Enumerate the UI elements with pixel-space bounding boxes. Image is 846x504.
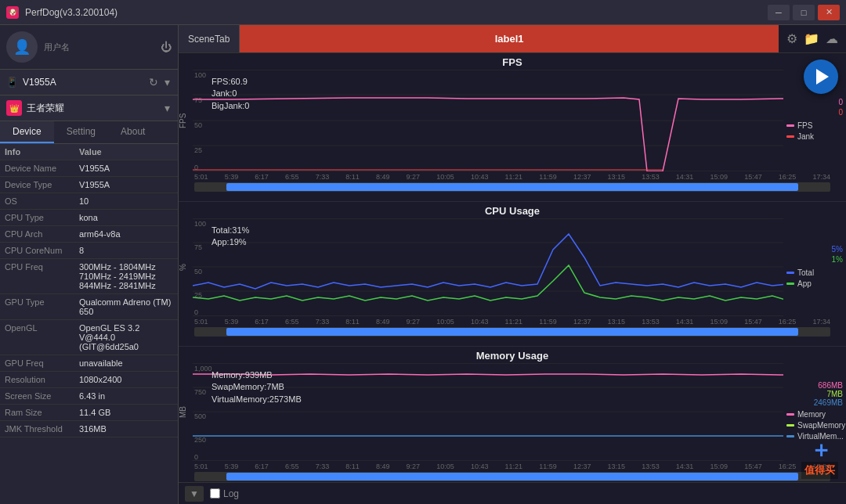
info-key: Resolution [0, 372, 74, 388]
table-row: GPU TypeQualcomm Adreno (TM) 650 [0, 294, 178, 320]
fps-right-val1: 0 [786, 98, 843, 106]
cpu-x-label: 9:27 [407, 318, 421, 326]
minimize-button[interactable]: ─ [768, 5, 790, 20]
fps-svg-area: FPS:60.9 Jank:0 BigJank:0 1 [193, 70, 783, 171]
play-button[interactable] [804, 59, 838, 94]
info-value: 300MHz - 1804MHz 710MHz - 2419MHz 844MHz… [74, 259, 178, 294]
cpu-app: App:19% [212, 236, 249, 248]
memory-x-label: 5:01 [194, 463, 208, 470]
chevron-down-icon[interactable]: ▾ [163, 74, 172, 90]
game-selector[interactable]: 👑 王者荣耀 ▾ [0, 95, 178, 121]
cloud-icon[interactable]: ☁ [826, 31, 838, 46]
memory-title: Memory Usage [179, 350, 846, 362]
fps-x-label: 10:43 [471, 173, 489, 181]
game-chevron-icon[interactable]: ▾ [163, 100, 172, 116]
mem-right-val2: 7MB [786, 390, 843, 398]
cpu-legend-total: Total [786, 268, 843, 277]
cpu-x-axis: 5:015:396:176:557:338:118:499:2710:0510:… [179, 316, 846, 326]
tab-setting[interactable]: Setting [54, 121, 108, 143]
plus-icon[interactable]: ＋ [810, 435, 832, 465]
cpu-x-label: 5:01 [194, 318, 208, 326]
info-key: GPU Freq [0, 355, 74, 372]
fps-legend-dot [786, 124, 794, 127]
right-panel: SceneTab label1 ⚙ 📁 ☁ FPS FPS [179, 25, 846, 504]
bigjank-value: BigJank:0 [212, 100, 249, 112]
window-controls: ─ □ ✕ [768, 5, 840, 20]
close-button[interactable]: ✕ [818, 5, 840, 20]
memory-x-label: 8:11 [345, 463, 360, 470]
info-value: V1955A [74, 177, 178, 193]
avatar: 👤 [6, 31, 38, 63]
svg-text:0: 0 [194, 308, 198, 316]
cpu-x-label: 6:17 [255, 318, 269, 326]
virtual-value: VirtualMemory:2573MB [212, 394, 302, 405]
memory-x-label: 6:55 [285, 463, 299, 470]
fps-scrollbar-thumb[interactable] [226, 183, 799, 191]
app-icon: 🐶 [6, 6, 19, 19]
cpu-scrollbar-thumb[interactable] [226, 328, 799, 336]
info-table: Info Value Device NameV1955ADevice TypeV… [0, 144, 178, 437]
info-value: 316MB [74, 421, 178, 437]
device-selector[interactable]: 📱 V1955A ↻ ▾ [0, 70, 178, 95]
bottom-bar: ▼ Log [179, 482, 846, 504]
info-key: OpenGL [0, 320, 74, 355]
info-key: Ram Size [0, 405, 74, 421]
cpu-y-label: % [179, 218, 193, 316]
title-bar: 🐶 PerfDog(v3.3.200104) ─ □ ✕ [0, 0, 846, 25]
table-row: Device TypeV1955A [0, 177, 178, 193]
cpu-x-label: 15:09 [710, 318, 728, 326]
tab-device[interactable]: Device [0, 121, 54, 143]
cpu-x-label: 16:25 [779, 318, 797, 326]
memory-x-axis: 5:015:396:176:557:338:118:499:2710:0510:… [179, 461, 846, 470]
fps-scrollbar[interactable] [194, 182, 830, 192]
info-value: Qualcomm Adreno (TM) 650 [74, 294, 178, 320]
mem-value: Memory:939MB [212, 369, 302, 381]
fps-x-label: 13:15 [608, 173, 626, 181]
log-checkbox-label[interactable]: Log [210, 488, 239, 499]
info-key: OS [0, 193, 74, 210]
swap-value: SwapMemory:7MB [212, 381, 302, 393]
memory-x-label: 16:25 [779, 463, 797, 470]
cpu-title: CPU Usage [179, 205, 846, 217]
nav-down-button[interactable]: ▼ [185, 486, 204, 502]
info-value: 10 [74, 193, 178, 210]
fps-x-label: 17:34 [812, 173, 830, 181]
settings-icon[interactable]: ⚙ [786, 31, 797, 46]
memory-x-label: 12:37 [573, 463, 591, 470]
cpu-svg: 100 75 50 25 0 [193, 218, 783, 316]
info-value: kona [74, 210, 178, 226]
svg-text:750: 750 [194, 388, 206, 396]
cpu-x-label: 11:21 [505, 318, 523, 326]
cpu-x-label: 8:49 [376, 318, 390, 326]
memory-scrollbar-thumb[interactable] [226, 473, 799, 481]
log-checkbox[interactable] [210, 488, 220, 499]
log-label: Log [223, 488, 239, 499]
svg-text:500: 500 [194, 412, 206, 420]
info-key: CPU Arch [0, 226, 74, 243]
cpu-x-label: 17:34 [812, 318, 830, 326]
info-key: Screen Size [0, 388, 74, 405]
fps-legend-label: FPS [797, 121, 812, 130]
cpu-total-dot [786, 272, 794, 274]
charts-area: FPS FPS FPS:60.9 Jank:0 BigJank:0 [179, 53, 846, 482]
mem-legend-mem: Memory [786, 410, 843, 419]
folder-icon[interactable]: 📁 [804, 31, 819, 46]
fps-x-label: 8:11 [345, 173, 360, 181]
profile-info: 用户名 [44, 41, 154, 53]
svg-text:75: 75 [194, 243, 202, 251]
memory-scrollbar[interactable] [194, 472, 830, 481]
memory-svg-area: Memory:939MB SwapMemory:7MB VirtualMemor… [193, 363, 783, 461]
device-actions: ↻ ▾ [147, 74, 172, 90]
cpu-scrollbar[interactable] [194, 327, 830, 337]
refresh-icon[interactable]: ↻ [147, 74, 160, 90]
svg-text:100: 100 [194, 71, 206, 79]
top-icons: ⚙ 📁 ☁ [779, 31, 846, 46]
info-value: 6.43 in [74, 388, 178, 405]
power-icon[interactable]: ⏻ [161, 41, 172, 53]
play-icon [816, 69, 829, 85]
tab-about[interactable]: About [108, 121, 157, 143]
fps-x-label: 16:25 [779, 173, 797, 181]
game-icon: 👑 [6, 100, 22, 116]
scene-tab[interactable]: SceneTab [179, 25, 240, 52]
maximize-button[interactable]: □ [793, 5, 815, 20]
